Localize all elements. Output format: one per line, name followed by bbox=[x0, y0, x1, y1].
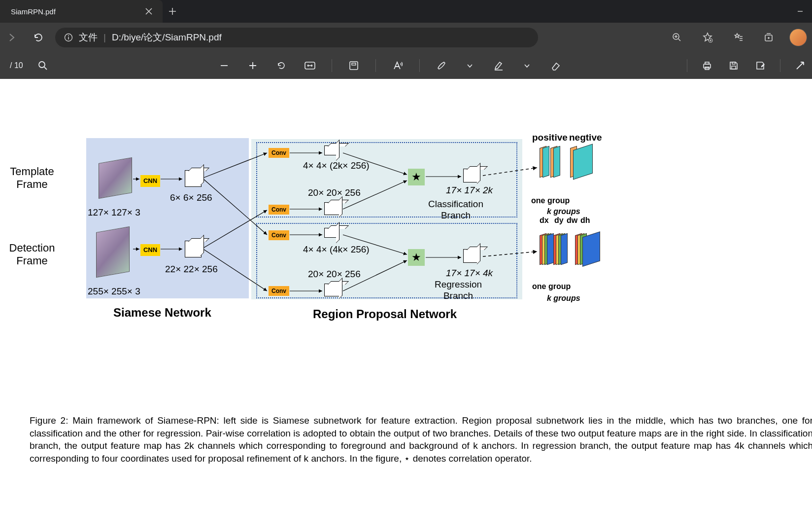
page-total-label: / 10 bbox=[10, 61, 23, 70]
close-tab-icon[interactable] bbox=[142, 4, 156, 18]
svg-rect-10 bbox=[705, 62, 709, 64]
tab-title: SiamRPN.pdf bbox=[11, 7, 56, 16]
toolbar-separator bbox=[419, 59, 420, 72]
minimize-button[interactable] bbox=[788, 0, 812, 23]
correlation-star-cls: ★ bbox=[408, 169, 425, 185]
dim-detection-feat: 22× 22× 256 bbox=[165, 264, 218, 275]
fit-width-icon[interactable] bbox=[303, 59, 317, 73]
cube-out-reg bbox=[463, 249, 478, 263]
kernel-reg-label: 4× 4× (4k× 256) bbox=[303, 244, 370, 255]
conv-box: Conv bbox=[269, 205, 289, 215]
out-reg-label: 17× 17× 4k bbox=[446, 268, 493, 279]
dx-label: dx bbox=[540, 216, 549, 225]
save-as-icon[interactable] bbox=[753, 59, 767, 73]
template-thumb bbox=[99, 157, 132, 199]
info-icon bbox=[64, 33, 73, 42]
favorites-list-icon[interactable] bbox=[728, 28, 748, 47]
cube-kernel-reg bbox=[324, 228, 337, 238]
collections-icon[interactable] bbox=[759, 28, 778, 47]
save-icon[interactable] bbox=[727, 59, 741, 73]
dim-template-in: 127× 127× 3 bbox=[88, 207, 140, 218]
feat20-reg-label: 20× 20× 256 bbox=[308, 269, 361, 280]
svg-point-1 bbox=[68, 36, 69, 36]
k-groups-reg: k groups bbox=[547, 294, 580, 303]
highlight-icon[interactable] bbox=[492, 59, 506, 73]
toolbar-separator bbox=[332, 59, 332, 72]
svg-point-5 bbox=[39, 62, 45, 68]
refresh-button[interactable] bbox=[29, 28, 48, 47]
detection-frame-label: DetectionFrame bbox=[5, 242, 59, 268]
conv-box: Conv bbox=[269, 148, 289, 158]
address-bar[interactable]: 文件 | D:/biye/论文/SiamRPN.pdf bbox=[55, 28, 538, 47]
cnn-box-bottom: CNN bbox=[140, 244, 160, 256]
svg-rect-13 bbox=[732, 62, 735, 64]
pdf-toolbar: / 10 bbox=[0, 52, 812, 79]
chevron-down-icon[interactable] bbox=[463, 59, 477, 73]
positive-label: positive bbox=[532, 132, 568, 143]
toolbar-separator bbox=[687, 59, 687, 72]
zoom-out-icon[interactable] bbox=[217, 59, 231, 73]
cube-template-feat bbox=[185, 170, 202, 187]
correlation-star-reg: ★ bbox=[408, 249, 425, 266]
address-bar-row: 文件 | D:/biye/论文/SiamRPN.pdf bbox=[0, 23, 812, 52]
draw-icon[interactable] bbox=[435, 59, 448, 73]
search-in-pdf-icon[interactable] bbox=[36, 59, 50, 73]
cube-feat20-reg bbox=[324, 284, 340, 296]
forward-button[interactable] bbox=[2, 28, 22, 47]
zoom-in-icon[interactable] bbox=[246, 59, 260, 73]
one-group-cls: one group bbox=[531, 196, 570, 205]
address-file-label: 文件 bbox=[79, 31, 98, 44]
dim-template-feat: 6× 6× 256 bbox=[170, 192, 212, 203]
dy-label: dy bbox=[554, 216, 564, 225]
pdf-viewer[interactable]: TemplateFrame DetectionFrame 127× 127× 3… bbox=[0, 79, 812, 508]
address-url: D:/biye/论文/SiamRPN.pdf bbox=[112, 31, 222, 44]
svg-rect-9 bbox=[704, 64, 710, 68]
cube-out-cls bbox=[463, 169, 478, 182]
titlebar: SiamRPN.pdf bbox=[0, 0, 812, 23]
cube-kernel-cls bbox=[324, 145, 337, 155]
profile-avatar[interactable] bbox=[789, 29, 807, 46]
favorite-icon[interactable] bbox=[698, 28, 717, 47]
k-groups-cls: k groups bbox=[547, 207, 580, 216]
pdf-page: TemplateFrame DetectionFrame 127× 127× 3… bbox=[0, 79, 812, 483]
chevron-down-icon[interactable] bbox=[520, 59, 534, 73]
figure-caption: Figure 2: Main framework of Siamese-RPN:… bbox=[30, 414, 812, 465]
fullscreen-icon[interactable] bbox=[793, 59, 807, 73]
cnn-box-top: CNN bbox=[140, 175, 160, 187]
browser-tab[interactable]: SiamRPN.pdf bbox=[0, 0, 163, 23]
siamese-title: Siamese Network bbox=[113, 306, 211, 320]
cube-feat20-cls bbox=[324, 202, 340, 215]
dw-label: dw bbox=[567, 216, 577, 225]
erase-icon[interactable] bbox=[549, 59, 563, 73]
read-aloud-icon[interactable] bbox=[391, 59, 405, 73]
kernel-cls-label: 4× 4× (2k× 256) bbox=[303, 160, 370, 171]
rotate-icon[interactable] bbox=[274, 59, 288, 73]
detection-thumb bbox=[96, 226, 130, 278]
figure-diagram: TemplateFrame DetectionFrame 127× 127× 3… bbox=[30, 138, 778, 424]
one-group-reg: one group bbox=[532, 282, 571, 291]
svg-rect-8 bbox=[352, 63, 356, 65]
conv-box: Conv bbox=[269, 230, 289, 240]
feat20-cls-label: 20× 20× 256 bbox=[308, 187, 361, 198]
toolbar-separator bbox=[780, 59, 780, 72]
out-cls-label: 17× 17× 2k bbox=[446, 185, 493, 196]
cube-detection-feat bbox=[185, 241, 202, 257]
reg-branch-label: RegressionBranch bbox=[419, 279, 498, 302]
page-view-icon[interactable] bbox=[347, 59, 361, 73]
dim-detection-in: 255× 255× 3 bbox=[88, 286, 140, 297]
negative-label: negtive bbox=[569, 132, 602, 143]
svg-rect-12 bbox=[732, 66, 736, 69]
rpn-title: Region Proposal Network bbox=[313, 307, 457, 321]
zoom-icon[interactable] bbox=[667, 28, 687, 47]
conv-box: Conv bbox=[269, 286, 289, 296]
address-divider: | bbox=[103, 32, 106, 43]
new-tab-button[interactable] bbox=[163, 0, 182, 23]
cls-branch-label: ClassificationBranch bbox=[416, 199, 495, 221]
dh-label: dh bbox=[580, 216, 590, 225]
print-icon[interactable] bbox=[700, 59, 714, 73]
toolbar-separator bbox=[375, 59, 376, 72]
template-frame-label: TemplateFrame bbox=[5, 165, 59, 191]
